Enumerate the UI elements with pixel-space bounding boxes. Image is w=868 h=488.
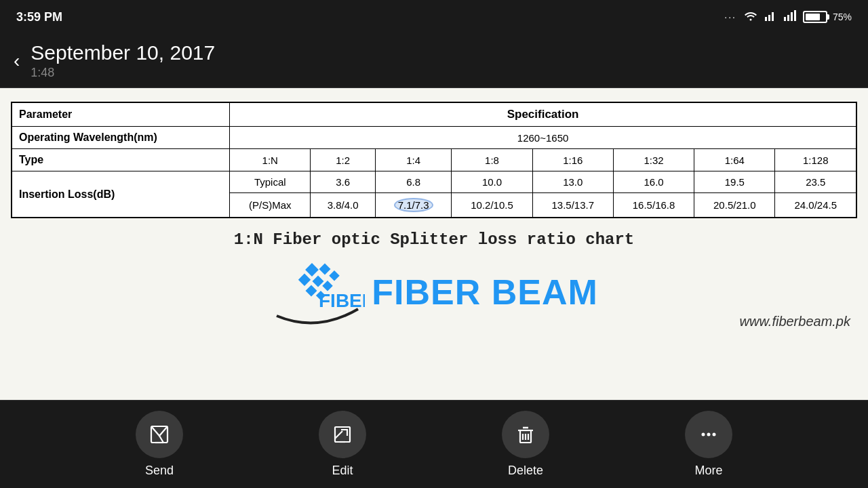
send-icon: [149, 424, 170, 445]
typical-1-64: 19.5: [694, 171, 775, 193]
typical-1-4: 6.8: [375, 171, 452, 193]
type-1-64: 1:64: [694, 149, 775, 171]
type-n: 1:N: [230, 149, 311, 171]
typical-label: Typical: [230, 171, 311, 193]
edit-label: Edit: [332, 464, 353, 478]
header-info: September 10, 2017 1:48: [31, 41, 215, 80]
svg-rect-9: [305, 263, 319, 277]
document-view: Parameter Specification Operating Wavele…: [0, 88, 868, 400]
header-subtitle: 1:48: [31, 66, 215, 80]
header-title: September 10, 2017: [31, 41, 215, 64]
delete-button[interactable]: Delete: [492, 411, 559, 478]
svg-rect-5: [787, 15, 789, 21]
delete-label: Delete: [508, 464, 543, 478]
svg-point-0: [749, 19, 751, 21]
spec-header: Specification: [230, 102, 856, 127]
more-icon-circle: [685, 411, 732, 458]
insertion-loss-label: Insertion Loss(dB): [12, 171, 230, 218]
svg-rect-12: [298, 274, 311, 286]
delete-icon-circle: [502, 411, 549, 458]
battery-percent: 75%: [833, 12, 852, 22]
svg-point-30: [702, 433, 705, 436]
svg-line-19: [159, 436, 163, 443]
more-icon: [698, 424, 719, 445]
content-area: Parameter Specification Operating Wavele…: [0, 88, 868, 400]
chart-title: 1:N Fiber optic Splitter loss ratio char…: [11, 230, 857, 249]
more-label: More: [694, 464, 722, 478]
toolbar: Send Edit Delete: [0, 400, 868, 488]
svg-rect-7: [794, 10, 796, 21]
specs-table: Parameter Specification Operating Wavele…: [11, 102, 857, 218]
svg-rect-3: [772, 12, 774, 21]
send-button[interactable]: Send: [125, 411, 193, 478]
svg-rect-13: [313, 276, 324, 287]
edit-icon-circle: [319, 411, 366, 458]
svg-line-22: [335, 431, 342, 439]
back-button[interactable]: ‹: [14, 52, 20, 70]
svg-rect-15: [306, 285, 317, 297]
max-label: (P/S)Max: [230, 193, 311, 218]
typical-1-8: 10.0: [452, 171, 532, 193]
max-1-32: 16.5/16.8: [613, 193, 694, 218]
status-bar: 3:59 PM ···: [0, 0, 868, 34]
svg-rect-11: [329, 270, 340, 281]
type-1-8: 1:8: [452, 149, 532, 171]
max-1-16: 13.5/13.7: [532, 193, 613, 218]
signal-bar-icon: [765, 10, 777, 24]
wavelength-label: Operating Wavelength(nm): [12, 127, 230, 149]
type-1-128: 1:128: [775, 149, 856, 171]
type-1-32: 1:32: [613, 149, 694, 171]
edit-icon: [332, 424, 353, 445]
svg-rect-4: [784, 17, 786, 21]
svg-rect-10: [319, 264, 331, 275]
status-icons: ···: [724, 10, 852, 24]
typical-1-32: 16.0: [613, 171, 694, 193]
typical-1-16: 13.0: [532, 171, 613, 193]
send-icon-circle: [136, 411, 183, 458]
edit-button[interactable]: Edit: [309, 411, 376, 478]
typical-1-2: 3.6: [311, 171, 375, 193]
wavelength-value: 1260~1650: [230, 127, 856, 149]
website-url: www.fiberbeam.pk: [740, 314, 850, 329]
svg-rect-1: [765, 17, 767, 21]
time-display: 3:59 PM: [16, 10, 62, 24]
svg-point-31: [707, 433, 711, 436]
send-label: Send: [145, 464, 174, 478]
battery-indicator: 75%: [803, 11, 852, 23]
signal-dots-icon: ···: [724, 12, 736, 22]
logo-container: FIBER FIBER BEAM: [270, 258, 598, 326]
header: ‹ September 10, 2017 1:48: [0, 34, 868, 88]
company-name: FIBER BEAM: [372, 272, 598, 312]
max-1-64: 20.5/21.0: [694, 193, 775, 218]
max-1-4: 7.1/7.3: [375, 193, 452, 218]
type-1-2: 1:2: [311, 149, 375, 171]
more-button[interactable]: More: [675, 411, 743, 478]
typical-1-128: 23.5: [775, 171, 856, 193]
wifi-icon: [743, 10, 758, 24]
delete-icon: [515, 424, 536, 445]
max-1-128: 24.0/24.5: [775, 193, 856, 218]
max-1-8: 10.2/10.5: [452, 193, 532, 218]
type-1-4: 1:4: [375, 149, 452, 171]
signal-bar2-icon: [784, 10, 796, 24]
logo-area: FIBER FIBER BEAM www.fiberbeam.pk: [11, 258, 857, 326]
svg-point-32: [713, 433, 716, 436]
type-1-16: 1:16: [532, 149, 613, 171]
svg-text:FIBER: FIBER: [319, 290, 365, 311]
svg-rect-2: [768, 15, 770, 21]
param-header: Parameter: [12, 102, 230, 127]
logo-icon: FIBER: [270, 258, 365, 326]
type-label: Type: [12, 149, 230, 171]
svg-rect-6: [791, 12, 793, 21]
max-1-2: 3.8/4.0: [311, 193, 375, 218]
